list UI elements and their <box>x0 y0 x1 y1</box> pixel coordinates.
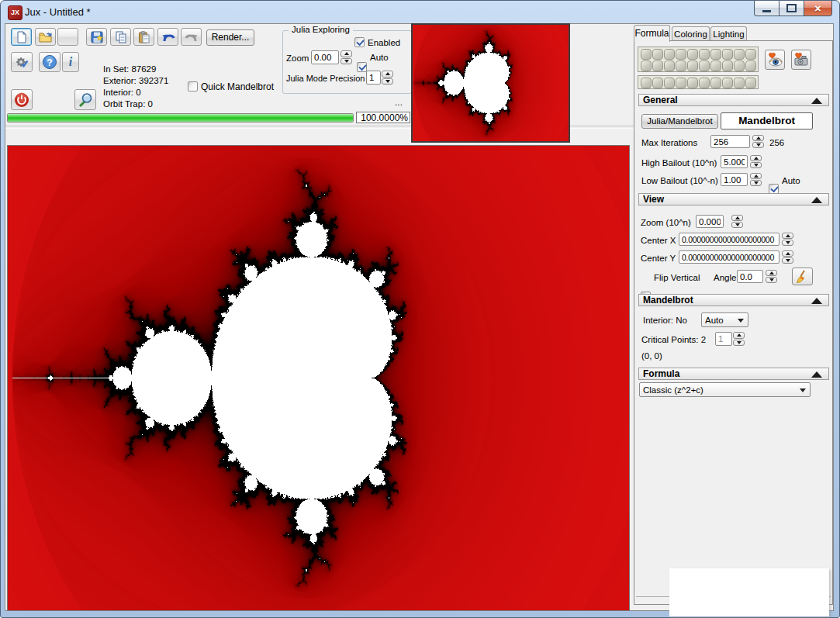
info-button[interactable]: i <box>62 52 79 72</box>
tab-lighting[interactable]: Lighting <box>710 26 747 41</box>
dropdown-arrow-icon <box>800 388 806 392</box>
preview-button[interactable] <box>765 50 785 70</box>
maximize-button[interactable] <box>779 1 804 16</box>
critical-points-input[interactable] <box>715 332 732 346</box>
new-page-icon <box>16 31 28 43</box>
settings-button[interactable] <box>11 52 33 72</box>
minimize-button[interactable] <box>754 1 780 16</box>
palette-button[interactable] <box>652 49 663 60</box>
formula-combo[interactable]: Classic (z^2+c) <box>639 382 811 397</box>
palette-button[interactable] <box>664 49 675 60</box>
stat-interior: Interior: 0 <box>103 87 168 98</box>
general-header-label: General <box>643 95 678 105</box>
collapse-icon <box>811 371 822 378</box>
svg-text:?: ? <box>47 57 52 68</box>
julia-zoom-spinner[interactable] <box>340 50 352 64</box>
palette-button[interactable] <box>745 49 756 60</box>
formula-header[interactable]: Formula <box>638 368 829 380</box>
center-x-input[interactable] <box>679 233 780 246</box>
view-header-label: View <box>643 194 664 205</box>
palette-button[interactable] <box>722 60 733 71</box>
blank-button[interactable] <box>57 28 78 46</box>
palette-button[interactable] <box>687 78 698 88</box>
julia-mandelbrot-button[interactable]: Julia/Mandelbrot <box>641 114 718 129</box>
low-bailout-spinner[interactable] <box>750 173 762 186</box>
fractal-thumbnail[interactable] <box>413 25 569 141</box>
palette-button[interactable] <box>676 78 686 88</box>
view-zoom-spinner[interactable] <box>731 215 743 228</box>
palette-button[interactable] <box>664 78 675 88</box>
view-zoom-input[interactable] <box>696 215 724 228</box>
precision-spinner[interactable] <box>382 71 393 85</box>
palette-button[interactable] <box>687 60 698 71</box>
auto-checkbox[interactable] <box>357 62 367 72</box>
palette-button[interactable] <box>699 78 710 88</box>
tab-formula[interactable]: Formula <box>634 25 670 42</box>
julia-exploring-group: Julia Exploring Enabled Zoom Auto Julia … <box>282 30 412 94</box>
mandelbrot-button[interactable]: Mandelbrot <box>721 112 813 129</box>
fractal-main-view[interactable] <box>8 146 629 610</box>
high-bailout-input[interactable] <box>721 155 748 168</box>
palette-button[interactable] <box>745 78 756 88</box>
fractal-view-frame <box>7 145 630 611</box>
reset-view-button[interactable] <box>792 268 813 285</box>
enabled-checkbox[interactable] <box>354 37 365 47</box>
mandelbrot-header[interactable]: Mandelbrot <box>638 294 829 306</box>
power-button[interactable] <box>11 89 33 110</box>
center-y-input[interactable] <box>679 250 780 264</box>
enabled-label: Enabled <box>368 38 400 47</box>
palette-button[interactable] <box>652 60 663 71</box>
paste-button[interactable] <box>133 28 154 46</box>
palette-button[interactable] <box>710 49 721 60</box>
palette-button[interactable] <box>676 60 686 71</box>
center-x-spinner[interactable] <box>782 233 793 246</box>
palette-button[interactable] <box>722 78 733 88</box>
precision-input[interactable] <box>366 71 381 85</box>
angle-input[interactable] <box>737 270 763 283</box>
max-iterations-spinner[interactable] <box>752 135 764 148</box>
angle-spinner[interactable] <box>766 270 777 283</box>
palette-button[interactable] <box>664 60 675 71</box>
palette-button[interactable] <box>652 78 663 88</box>
center-y-spinner[interactable] <box>782 250 793 264</box>
quick-mandelbrot-checkbox[interactable] <box>188 81 198 91</box>
resize-grip[interactable]: ... <box>395 97 403 108</box>
render-button[interactable]: Render... <box>206 29 254 46</box>
help-button[interactable]: ? <box>39 52 60 72</box>
close-button[interactable]: × <box>804 1 832 16</box>
palette-button[interactable] <box>699 60 710 71</box>
palette-button[interactable] <box>641 60 652 71</box>
palette-button[interactable] <box>710 60 721 71</box>
palette-button[interactable] <box>722 49 733 60</box>
interior-combo[interactable]: Auto <box>701 312 748 327</box>
open-button[interactable] <box>35 28 56 46</box>
general-header[interactable]: General <box>638 94 829 106</box>
copy-button[interactable] <box>110 28 131 46</box>
fractal-thumbnail-frame <box>411 23 570 143</box>
julia-zoom-input[interactable] <box>311 50 339 64</box>
palette-button[interactable] <box>641 49 652 60</box>
tab-coloring[interactable]: Coloring <box>672 26 710 41</box>
stat-exterior: Exterior: 392371 <box>103 75 168 87</box>
undo-button[interactable] <box>157 28 178 46</box>
new-button[interactable] <box>11 28 32 46</box>
palette-button[interactable] <box>734 78 745 88</box>
palette-button[interactable] <box>745 60 756 71</box>
palette-button[interactable] <box>734 49 745 60</box>
low-bailout-input[interactable] <box>721 173 748 186</box>
palette-button[interactable] <box>710 78 721 88</box>
save-button[interactable] <box>86 28 107 46</box>
snapshot-button[interactable] <box>791 50 811 70</box>
palette-button[interactable] <box>699 49 710 60</box>
redo-button[interactable] <box>181 28 202 46</box>
palette-button[interactable] <box>734 60 745 71</box>
critical-points-spinner[interactable] <box>733 332 745 346</box>
explore-button[interactable] <box>74 89 96 110</box>
palette-button[interactable] <box>641 78 652 88</box>
high-bailout-spinner[interactable] <box>750 155 762 168</box>
view-header[interactable]: View <box>638 193 829 205</box>
max-iterations-input[interactable] <box>710 135 750 148</box>
palette-button[interactable] <box>676 49 686 60</box>
max-iterations-info: 256 <box>769 138 784 147</box>
palette-button[interactable] <box>687 49 698 60</box>
